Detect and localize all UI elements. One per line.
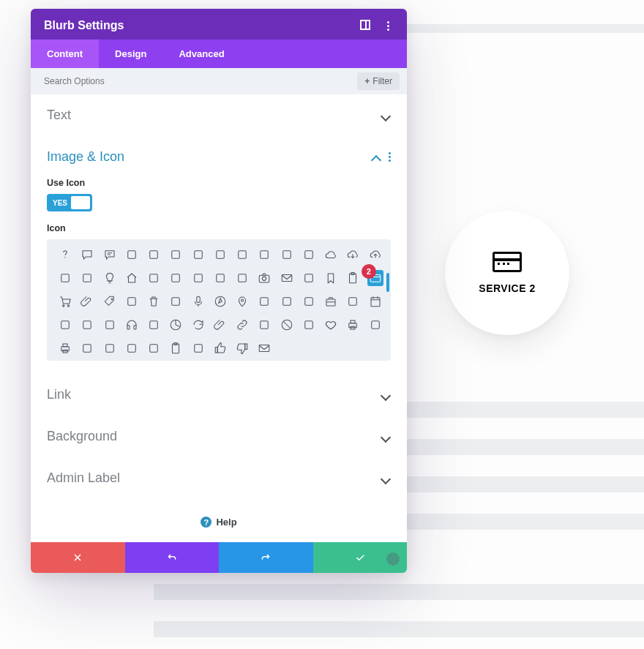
section-link[interactable]: Link bbox=[31, 374, 407, 416]
cursor-icon[interactable] bbox=[168, 293, 184, 310]
clipboard2-icon[interactable] bbox=[168, 340, 184, 356]
printer-icon[interactable] bbox=[345, 317, 361, 333]
microphone-icon[interactable] bbox=[190, 293, 206, 310]
grid3-icon[interactable] bbox=[57, 317, 73, 333]
svg-point-18 bbox=[263, 277, 266, 280]
map-fold-icon[interactable] bbox=[301, 293, 317, 310]
cloud-up-icon[interactable] bbox=[367, 247, 383, 263]
vol-mute-icon[interactable] bbox=[124, 247, 140, 263]
print2-icon[interactable] bbox=[57, 340, 73, 356]
tag-icon[interactable] bbox=[102, 293, 118, 310]
tab-advanced[interactable]: Advanced bbox=[162, 40, 240, 68]
headphones-icon[interactable] bbox=[124, 317, 140, 333]
cone-icon[interactable] bbox=[301, 270, 317, 286]
mail-icon[interactable] bbox=[256, 340, 272, 356]
tab-bar: Content Design Advanced bbox=[31, 40, 407, 68]
cloud-down-icon[interactable] bbox=[345, 247, 361, 263]
tablet-icon[interactable] bbox=[190, 270, 206, 286]
redo-button[interactable] bbox=[219, 542, 313, 573]
search-bar: + Filter bbox=[31, 68, 407, 94]
shopping-cart-icon[interactable] bbox=[57, 293, 73, 310]
id-icon[interactable] bbox=[124, 340, 140, 356]
laptop-icon[interactable] bbox=[212, 270, 228, 286]
tray-icon[interactable] bbox=[102, 340, 118, 356]
use-icon-toggle[interactable]: YES bbox=[47, 194, 92, 211]
cancel-button[interactable] bbox=[31, 542, 125, 573]
svg-rect-58 bbox=[150, 345, 158, 353]
location-pin-icon[interactable] bbox=[234, 293, 250, 310]
section-image-icon[interactable]: Image & Icon bbox=[31, 136, 407, 178]
save-icon[interactable] bbox=[79, 340, 95, 356]
leaf-icon[interactable] bbox=[279, 247, 295, 263]
svg-rect-6 bbox=[239, 251, 247, 259]
more-options-icon[interactable] bbox=[382, 20, 394, 31]
svg-rect-49 bbox=[351, 320, 355, 323]
quote-icon[interactable] bbox=[190, 247, 206, 263]
section-admin-label[interactable]: Admin Label bbox=[31, 457, 407, 499]
undo-button[interactable] bbox=[125, 542, 220, 573]
section-background[interactable]: Background bbox=[31, 416, 407, 457]
credit-card-icon[interactable]: 2 bbox=[367, 270, 383, 286]
speech-icon[interactable] bbox=[79, 247, 95, 263]
trash-icon[interactable] bbox=[146, 293, 162, 310]
camera-solid-icon[interactable] bbox=[256, 270, 272, 286]
resize-handle-icon[interactable] bbox=[386, 552, 400, 566]
tab-content[interactable]: Content bbox=[31, 40, 99, 68]
guitar-icon[interactable] bbox=[301, 247, 317, 263]
face-neutral-icon[interactable] bbox=[212, 247, 228, 263]
vol-low-icon[interactable] bbox=[146, 247, 162, 263]
spinner-icon[interactable] bbox=[256, 317, 272, 333]
atom-icon[interactable] bbox=[146, 270, 162, 286]
thumbs-down-icon[interactable] bbox=[234, 340, 250, 356]
filter-button[interactable]: + Filter bbox=[357, 72, 400, 90]
no-entry-icon[interactable] bbox=[279, 317, 295, 333]
section-more-icon[interactable] bbox=[389, 152, 391, 162]
speech-lines-icon[interactable] bbox=[102, 247, 118, 263]
expand-icon[interactable] bbox=[338, 20, 350, 31]
marker-icon[interactable] bbox=[124, 293, 140, 310]
help-link[interactable]: ? Help bbox=[31, 499, 407, 535]
search-input[interactable] bbox=[44, 76, 357, 86]
clipboard-icon[interactable] bbox=[345, 270, 361, 286]
clip-doc-icon[interactable] bbox=[190, 340, 206, 356]
cloud-icon[interactable] bbox=[323, 247, 339, 263]
page-icon[interactable] bbox=[345, 293, 361, 310]
heart-icon[interactable] bbox=[323, 317, 339, 333]
question-icon[interactable] bbox=[57, 247, 73, 263]
paperclip-icon[interactable] bbox=[79, 293, 95, 310]
id-card-icon[interactable] bbox=[146, 340, 162, 356]
calendar-icon[interactable] bbox=[367, 293, 383, 310]
section-text[interactable]: Text bbox=[31, 94, 407, 136]
tab-design[interactable]: Design bbox=[99, 40, 162, 68]
barcode-icon[interactable] bbox=[102, 317, 118, 333]
phone-icon[interactable] bbox=[168, 270, 184, 286]
svg-rect-37 bbox=[371, 298, 380, 307]
envelope-icon[interactable] bbox=[279, 270, 295, 286]
image-icon[interactable] bbox=[79, 270, 95, 286]
vol-high-icon[interactable] bbox=[168, 247, 184, 263]
icon-picker-scrollbar[interactable] bbox=[386, 273, 389, 292]
sun-icon[interactable] bbox=[57, 270, 73, 286]
attach-icon[interactable] bbox=[212, 317, 228, 333]
card2-icon[interactable] bbox=[301, 317, 317, 333]
pushpin-icon[interactable] bbox=[256, 293, 272, 310]
monitor-icon[interactable] bbox=[234, 270, 250, 286]
grid4-icon[interactable] bbox=[79, 317, 95, 333]
compass-pin-icon[interactable] bbox=[212, 293, 228, 310]
briefcase-icon[interactable] bbox=[323, 293, 339, 310]
life-ring-icon[interactable] bbox=[146, 317, 162, 333]
refresh-icon[interactable] bbox=[190, 317, 206, 333]
lightbulb-icon[interactable] bbox=[102, 270, 118, 286]
pie-icon[interactable] bbox=[168, 317, 184, 333]
thumbs-up-icon[interactable] bbox=[212, 340, 228, 356]
padlock-icon[interactable] bbox=[256, 247, 272, 263]
bookmark-icon[interactable] bbox=[323, 270, 339, 286]
map-icon[interactable] bbox=[279, 293, 295, 310]
clock-icon[interactable] bbox=[234, 247, 250, 263]
calculator-icon[interactable] bbox=[367, 317, 383, 333]
panel-layout-icon[interactable] bbox=[360, 20, 372, 31]
svg-rect-43 bbox=[150, 321, 158, 329]
house-icon[interactable] bbox=[124, 270, 140, 286]
link-icon[interactable] bbox=[234, 317, 250, 333]
section-title-background: Background bbox=[47, 429, 117, 444]
